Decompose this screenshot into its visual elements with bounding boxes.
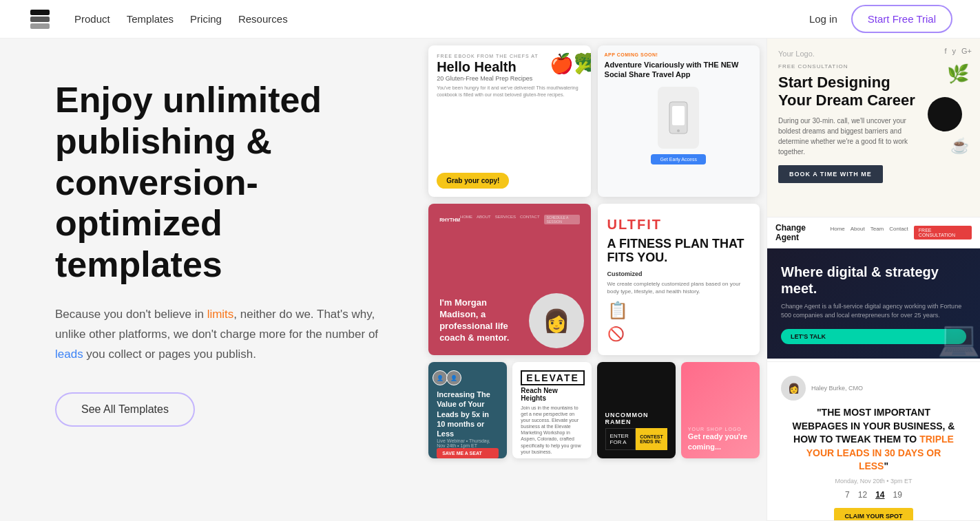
facebook-icon: f	[944, 47, 946, 55]
right-panel: Your Logo. f y G+ FREE CONSULTATION Star…	[767, 39, 980, 520]
template-card-hello: Free Ebook from the chefs at Hello Healt…	[428, 45, 590, 197]
hello-subtitle: 20 Gluten-Free Meal Prep Recipes	[437, 75, 582, 82]
panel-career-cta[interactable]: BOOK A TIME WITH ME	[778, 165, 883, 183]
ultfit-slash-icon: 🚫	[607, 326, 750, 342]
travel-title: Adventure Vicariously with THE NEW Socia…	[605, 60, 753, 80]
change-agent-body: Where digital & strategy meet. Change Ag…	[767, 248, 980, 359]
laptop-icon: 💻	[937, 319, 980, 359]
navbar-right: Log in Start Free Trial	[809, 5, 952, 33]
ramen-contest-row: ENTER FOR A CONTEST ENDS IN:	[605, 428, 667, 450]
hello-desc: You've been hungry for it and we've deli…	[437, 85, 582, 98]
template-card-ramen: UNCOMMON RAMEN ENTER FOR A CONTEST ENDS …	[597, 362, 676, 458]
morgan-text: I'm Morgan Madison, a professional life …	[439, 297, 517, 344]
ultfit-title: A FITNESS PLAN THAT FITS YOU.	[607, 237, 750, 265]
google-plus-icon: G+	[961, 47, 972, 55]
panel-date: Monday, Nov 20th • 3pm ET	[781, 478, 966, 485]
morgan-nav-about: ABOUT	[477, 215, 491, 224]
ultfit-brand: ULTFIT	[607, 217, 750, 233]
morgan-nav-contact: CONTACT	[520, 215, 540, 224]
ramen-ends: CONTEST ENDS IN:	[636, 428, 667, 450]
panel-num-19[interactable]: 19	[893, 490, 902, 500]
ultfit-customized: Customized	[607, 270, 750, 277]
leads-title: Increasing The Value of Your Leads by 5x…	[437, 390, 499, 438]
nav-templates[interactable]: Templates	[127, 13, 174, 25]
change-agent-brand: Change Agent	[775, 223, 830, 242]
panel-card-career: Your Logo. f y G+ FREE CONSULTATION Star…	[767, 39, 980, 217]
hero-right: Free Ebook from the chefs at Hello Healt…	[421, 39, 767, 520]
change-agent-header: Change Agent Home About Team Contact FRE…	[767, 217, 980, 248]
hello-fruits-icon: 🍎🥦	[550, 52, 591, 75]
morgan-nav-services: SERVICES	[495, 215, 516, 224]
hero-left: Enjoy unlimited publishing & conversion-…	[0, 39, 421, 520]
elevate-subtitle: Reach New Heights	[521, 387, 583, 402]
panel-career-title: Start Designing Your Dream Career	[778, 74, 917, 110]
panel-num-7[interactable]: 7	[845, 490, 850, 500]
getready-text: Get ready you're coming...	[688, 432, 753, 451]
elevate-brand: ELEVATE	[521, 370, 585, 385]
hero-section: Enjoy unlimited publishing & conversion-…	[0, 39, 767, 520]
change-free-btn[interactable]: FREE CONSULTATION	[914, 226, 972, 240]
panel-claim-cta[interactable]: CLAIM YOUR SPOT	[834, 508, 914, 520]
svg-rect-1	[30, 17, 50, 22]
ramen-enter: ENTER FOR A	[605, 428, 636, 450]
svg-point-4	[677, 129, 680, 132]
change-agent-nav: Home About Team Contact FREE CONSULTATIO…	[830, 226, 972, 240]
template-card-ultfit: ULTFIT A FITNESS PLAN THAT FITS YOU. Cus…	[598, 204, 760, 355]
panel-badge: FREE CONSULTATION	[778, 63, 917, 70]
travel-phone-icon	[658, 87, 699, 149]
panel-logo: Your Logo.	[778, 50, 969, 58]
morgan-brand: RHYTHM	[439, 217, 460, 222]
morgan-avatar: 👩	[529, 293, 584, 348]
template-card-leads: 👤 👤 Increasing The Value of Your Leads b…	[428, 362, 507, 458]
change-nav-contact: Contact	[889, 226, 908, 240]
trial-button[interactable]: Start Free Trial	[851, 5, 952, 33]
template-card-travel: App Coming Soon! Adventure Vicariously w…	[598, 45, 760, 197]
nav-product[interactable]: Product	[74, 13, 110, 25]
svg-rect-0	[30, 10, 50, 15]
travel-badge: App Coming Soon!	[605, 52, 753, 57]
hero-description: Because you don't believe in limits, nei…	[55, 305, 380, 365]
template-card-elevate: ELEVATE Reach New Heights Join us in the…	[512, 362, 591, 458]
panel-social-icons: f y G+	[944, 47, 972, 55]
leads-date: Live Webinar • Thursday, Nov 24th • 1pm …	[437, 438, 499, 448]
panel-career-desc: During our 30-min. call, we'll uncover y…	[778, 116, 917, 157]
panel-circle-decoration	[928, 97, 962, 131]
morgan-cta[interactable]: SCHEDULE A SESSION	[544, 215, 580, 224]
leads-avatar2: 👤	[446, 370, 461, 385]
panel-numbers: 7 12 14 19	[781, 490, 966, 500]
nav-resources[interactable]: Resources	[238, 13, 288, 25]
change-nav-home: Home	[830, 226, 844, 240]
panel-num-12[interactable]: 12	[858, 490, 867, 500]
template-card-getready: YOUR SHOP LOGO Get ready you're coming..…	[681, 362, 760, 458]
ultfit-sub: We create completely customized plans ba…	[607, 280, 750, 295]
nav-pricing[interactable]: Pricing	[190, 13, 222, 25]
svg-rect-2	[30, 23, 50, 29]
template-card-morgan: RHYTHM HOME ABOUT SERVICES CONTACT SCHED…	[428, 204, 590, 355]
svg-rect-5	[672, 106, 685, 125]
elevate-desc: Join us in the mountains to get a new pe…	[521, 405, 583, 455]
panel-num-14[interactable]: 14	[875, 490, 884, 500]
leads-cta[interactable]: SAVE ME A SEAT	[437, 448, 499, 458]
navbar: Product Templates Pricing Resources Log …	[0, 0, 980, 39]
leads-avatar1: 👤	[432, 370, 448, 385]
change-agent-title: Where digital & strategy meet.	[781, 264, 966, 297]
change-agent-desc: Change Agent is a full-service digital a…	[781, 302, 966, 321]
getready-logo: YOUR SHOP LOGO	[688, 427, 753, 432]
change-nav-about: About	[851, 226, 865, 240]
hello-cta[interactable]: Grab your copy!	[437, 173, 509, 189]
morgan-nav-home: HOME	[460, 215, 472, 224]
panel-card-changeagent: Change Agent Home About Team Contact FRE…	[767, 217, 980, 362]
see-all-templates-button[interactable]: See All Templates	[55, 392, 195, 427]
change-nav-team: Team	[870, 226, 884, 240]
hero-title: Enjoy unlimited publishing & conversion-…	[55, 80, 380, 286]
navbar-left: Product Templates Pricing Resources	[28, 7, 288, 32]
twitter-icon: y	[952, 47, 957, 55]
nav-links: Product Templates Pricing Resources	[74, 13, 288, 25]
travel-cta[interactable]: Get Early Access	[651, 154, 706, 164]
ultfit-icon: 📋	[607, 301, 750, 320]
logo-icon	[28, 7, 52, 32]
panel-avatar: 👩	[781, 376, 806, 401]
panel-card-quote: 👩 Haley Burke, CMO "THE MOST IMPORTANT W…	[767, 362, 980, 520]
panel-avatar-name: Haley Burke, CMO	[811, 385, 863, 392]
login-link[interactable]: Log in	[809, 13, 837, 25]
